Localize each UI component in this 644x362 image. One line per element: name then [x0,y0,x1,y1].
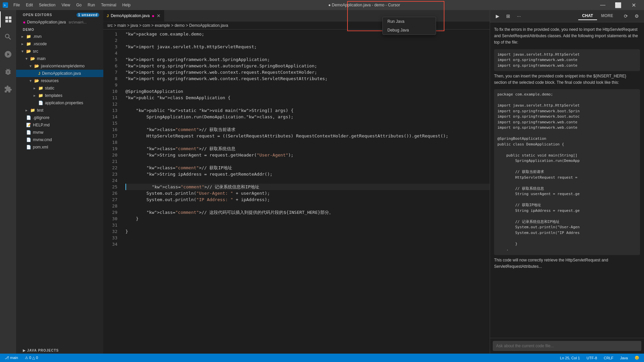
window-controls: — ⬜ ✕ [595,0,641,10]
tree-item-mvnw-cmd[interactable]: 📄mvnw.cmd [16,136,103,143]
java-file-icon: J [107,14,109,18]
close-button[interactable]: ✕ [626,0,641,10]
history-button[interactable]: ⟳ [621,11,631,21]
svg-text:>_: >_ [4,3,8,7]
activity-bar [0,10,16,354]
chat-middle: Then, you can insert the provided code s… [494,73,640,86]
more-actions-button[interactable]: ··· [514,11,524,21]
menu-help[interactable]: Help [120,1,133,9]
run-dropdown-menu: Run Java Debug Java [382,17,436,35]
open-file-path: src\main\... [69,20,87,24]
activity-search[interactable] [0,29,16,45]
explorer-tree: ▸ 📁.mvn▸ 📁.vscode▾ 📂src▾ 📂main▾ 📂java\co… [16,33,103,344]
tree-item-java-com-example-demo[interactable]: ▾ 📂java\com\example\demo [16,62,103,70]
tree-item-static[interactable]: ▸ 📁static [16,84,103,92]
menu-view[interactable]: View [59,1,73,9]
activity-debug[interactable] [0,64,16,80]
branch-status[interactable]: ⎇ main [3,356,20,360]
code-content[interactable]: "kw">package com.example.demo;"kw">impor… [120,29,490,354]
sidebar: OPEN EDITORS 1 unsaved ● DemoApplication… [16,10,103,354]
maximize-button[interactable]: ⬜ [610,0,626,10]
chat-input[interactable] [493,341,641,351]
java-projects-label[interactable]: ▶ JAVA PROJECTS [16,347,103,354]
editor-area: J DemoApplication.java ● ✕ src > main > … [103,10,490,354]
debug-java-item[interactable]: Debug Java [383,26,436,35]
errors-status[interactable]: ⚠ 0 △ 0 [23,356,40,360]
code-editor: 1234567891011121314151617181920212223242… [103,29,490,354]
activity-git[interactable] [0,46,16,62]
open-file-dot: ● [23,19,25,25]
tree-item-main[interactable]: ▾ 📂main [16,55,103,62]
window-title: ● DemoApplication.java - demo - Cursor [136,3,592,7]
status-bar: ⎇ main ⚠ 0 △ 0 Ln 25, Col 1 UTF-8 CRLF J… [0,354,644,362]
right-panel: ▶ ⊞ ··· CHAT MORE ⟳ ⚙ To fix the errors … [490,10,644,354]
menu-go[interactable]: Go [73,1,84,9]
tab-filename: DemoApplication.java [111,13,150,18]
chat-tabs: CHAT MORE [578,12,617,20]
open-editors-label: OPEN EDITORS [23,13,52,17]
menu-edit[interactable]: Edit [23,1,36,9]
line-numbers: 1234567891011121314151617181920212223242… [103,29,120,354]
tree-item-mvnw[interactable]: 📄mvnw [16,129,103,136]
tree-item-help-md[interactable]: 📝HELP.md [16,121,103,129]
tree-item-demoapplication-java[interactable]: JDemoApplication.java [16,70,103,77]
tab-more[interactable]: MORE [597,12,617,20]
tree-item-templates[interactable]: ▸ 📁templates [16,92,103,99]
cursor-position[interactable]: Ln 25, Col 1 [558,356,582,360]
activity-extensions[interactable] [0,81,16,97]
tree-item-application-properties[interactable]: 📄application.properties [16,99,103,107]
tab-close-button[interactable]: ✕ [157,13,161,18]
title-bar: >_ File Edit Selection View Go Run Termi… [0,0,644,10]
demo-label: DEMO [16,26,103,33]
tab-chat[interactable]: CHAT [578,12,597,20]
split-editor-button[interactable]: ⊞ [503,11,513,21]
tree-item--mvn[interactable]: ▸ 📁.mvn [16,33,103,40]
run-java-item[interactable]: Run Java [383,17,436,26]
app-icon: >_ [3,2,8,8]
editor-tab-demoapplication[interactable]: J DemoApplication.java ● ✕ [103,10,164,21]
minimize-button[interactable]: — [595,0,610,10]
tree-item--gitignore[interactable]: 📄.gitignore [16,114,103,121]
tree-item-test[interactable]: ▸ 📁test [16,107,103,114]
settings-button[interactable]: ⚙ [632,11,641,21]
right-panel-header: ▶ ⊞ ··· CHAT MORE ⟳ ⚙ [490,10,644,22]
open-file-name: DemoApplication.java [27,20,66,24]
menu-bar: File Edit Selection View Go Run Terminal… [11,1,133,9]
feedback-status[interactable]: 😊 [633,356,641,360]
import-code-block: import javax.servlet.http.HttpServlet im… [494,49,640,71]
run-button[interactable]: ▶ [493,11,502,21]
menu-terminal[interactable]: Terminal [98,1,119,9]
sidebar-header: OPEN EDITORS 1 unsaved [16,10,103,18]
chat-outro: This code will now correctly retrieve th… [494,257,640,270]
menu-file[interactable]: File [11,1,22,9]
main-code-block: package com.example.demo; import javax.s… [494,89,640,255]
tree-item--vscode[interactable]: ▸ 📁.vscode [16,40,103,48]
tree-item-resources[interactable]: ▾ 📂resources [16,77,103,84]
chat-intro: To fix the errors in the provided code, … [494,26,640,46]
tree-item-src[interactable]: ▾ 📂src [16,48,103,55]
tree-item-pom-xml[interactable]: 📄pom.xml [16,143,103,151]
language-status[interactable]: Java [618,356,630,360]
activity-explorer[interactable] [0,11,16,27]
chat-input-area [490,338,644,354]
unsaved-badge: 1 unsaved [76,13,99,17]
menu-run[interactable]: Run [85,1,98,9]
menu-selection[interactable]: Selection [36,1,58,9]
eol-status[interactable]: CRLF [602,356,615,360]
encoding-status[interactable]: UTF-8 [585,356,599,360]
unsaved-dot: ● [152,13,154,18]
open-file-item[interactable]: ● DemoApplication.java src\main\... [16,18,103,26]
chat-content: To fix the errors in the provided code, … [490,22,644,338]
